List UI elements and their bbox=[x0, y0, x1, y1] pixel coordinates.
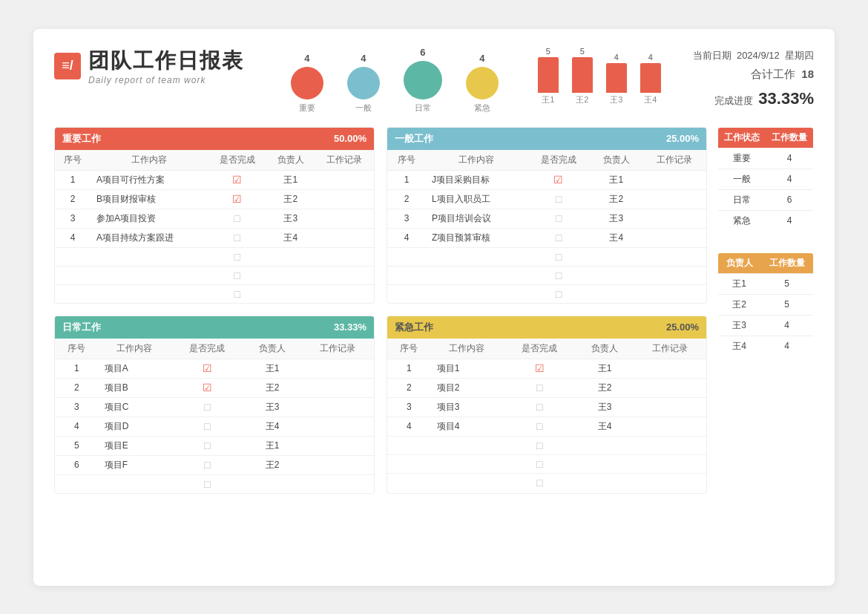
td-record bbox=[642, 209, 706, 228]
td-task: 项目A bbox=[99, 359, 171, 378]
td-record bbox=[315, 228, 374, 247]
side-stats: 工作状态 工作数量 重要 4 一般 4 日常 6 紧急 4 负责人 工作数量 bbox=[717, 127, 814, 506]
td-task: 项目C bbox=[99, 397, 171, 417]
stat-th-count: 工作数量 bbox=[766, 127, 814, 148]
owner-stat-table: 负责人 工作数量 王1 5 王2 5 王3 4 王4 4 bbox=[717, 252, 814, 357]
td-owner bbox=[576, 454, 634, 473]
general-header: 一般工作 25.00% bbox=[387, 128, 706, 150]
td-record bbox=[634, 359, 706, 378]
stat-count: 4 bbox=[760, 336, 813, 356]
stat-count: 4 bbox=[760, 315, 813, 336]
important-work-section: 重要工作 50.00% 序号 工作内容 是否完成 负责人 工作记录 bbox=[54, 127, 375, 304]
table-row: 1 J项目采购目标 ☑ 王1 bbox=[387, 170, 706, 189]
td-no bbox=[387, 454, 431, 473]
checkbox-empty: □ bbox=[556, 232, 562, 244]
td-record bbox=[315, 189, 374, 209]
td-done: □ bbox=[208, 284, 267, 303]
td-owner: 王4 bbox=[267, 228, 315, 247]
td-no: 3 bbox=[55, 397, 99, 417]
td-record bbox=[301, 474, 374, 493]
td-no bbox=[387, 473, 431, 491]
main-title: 团队工作日报表 bbox=[88, 47, 244, 75]
bubble-circle bbox=[466, 67, 499, 99]
bubble-count: 6 bbox=[420, 47, 425, 58]
td-owner: 王4 bbox=[576, 417, 634, 436]
bar-count: 4 bbox=[614, 53, 619, 62]
table-row: □ bbox=[55, 284, 374, 303]
td-owner: 王1 bbox=[591, 170, 642, 189]
checkbox-empty: □ bbox=[536, 401, 542, 413]
td-task bbox=[426, 284, 527, 303]
td-no: 1 bbox=[387, 359, 431, 378]
important-header: 重要工作 50.00% bbox=[55, 128, 374, 150]
bar-rect bbox=[606, 63, 627, 93]
table-row: □ bbox=[387, 473, 706, 491]
stat-status: 一般 bbox=[718, 169, 766, 189]
td-record bbox=[634, 454, 706, 473]
stat-th-count: 工作数量 bbox=[760, 252, 813, 273]
table-row: 4 Z项目预算审核 □ 王4 bbox=[387, 228, 706, 247]
td-no bbox=[55, 266, 91, 284]
th-task: 工作内容 bbox=[426, 150, 527, 171]
info-block: 当前日期 2024/9/12 星期四 合计工作 18 完成进度 33.33% bbox=[693, 47, 814, 114]
td-done: □ bbox=[171, 417, 243, 436]
td-done: □ bbox=[503, 397, 576, 417]
bar-count: 5 bbox=[546, 47, 550, 56]
bubble-item: 4 一般 bbox=[347, 53, 380, 114]
td-task: A项目可行性方案 bbox=[91, 170, 208, 189]
checkbox-empty: □ bbox=[556, 193, 562, 205]
td-no: 4 bbox=[55, 417, 99, 436]
bar-item: 4 王4 bbox=[640, 53, 661, 105]
stat-count: 5 bbox=[760, 294, 813, 315]
td-record bbox=[315, 284, 374, 303]
td-task bbox=[431, 473, 504, 491]
checkbox-empty: □ bbox=[204, 459, 210, 471]
td-done: ☑ bbox=[208, 189, 267, 209]
th-task: 工作内容 bbox=[99, 339, 171, 359]
td-record bbox=[642, 284, 706, 303]
th-no: 序号 bbox=[387, 150, 426, 171]
urgent-work-section: 紧急工作 25.00% 序号 工作内容 是否完成 负责人 工作记录 bbox=[387, 316, 707, 494]
td-done: □ bbox=[527, 189, 591, 209]
list-item: 日常 6 bbox=[718, 189, 814, 210]
td-task: 项目E bbox=[99, 436, 171, 455]
td-no bbox=[55, 284, 91, 303]
checkbox-checked: ☑ bbox=[232, 174, 242, 186]
stat-status: 紧急 bbox=[718, 210, 766, 231]
td-owner bbox=[576, 473, 634, 491]
th-record: 工作记录 bbox=[642, 150, 706, 171]
bottom-tables: 日常工作 33.33% 序号 工作内容 是否完成 负责人 工作记录 bbox=[54, 316, 707, 494]
td-owner bbox=[267, 247, 315, 266]
bar-rect bbox=[538, 57, 559, 93]
td-owner: 王2 bbox=[267, 189, 315, 209]
td-owner: 王3 bbox=[576, 397, 634, 417]
th-done: 是否完成 bbox=[527, 150, 591, 171]
td-task: 项目1 bbox=[431, 359, 504, 378]
td-done: □ bbox=[503, 436, 576, 454]
td-task: 项目F bbox=[99, 455, 171, 474]
title-block: 团队工作日报表 Daily report of team work bbox=[88, 47, 244, 85]
urgent-table: 序号 工作内容 是否完成 负责人 工作记录 1 项目1 ☑ 王1 2 项目2 □ bbox=[387, 339, 706, 491]
sub-title: Daily report of team work bbox=[88, 75, 244, 85]
list-item: 王2 5 bbox=[718, 294, 814, 315]
td-done: □ bbox=[527, 266, 591, 284]
td-owner bbox=[591, 284, 642, 303]
table-row: 4 A项目持续方案跟进 □ 王4 bbox=[55, 228, 374, 247]
td-no bbox=[387, 436, 431, 454]
td-record bbox=[315, 209, 374, 228]
table-row: □ bbox=[55, 266, 374, 284]
th-owner: 负责人 bbox=[576, 339, 634, 359]
list-item: 一般 4 bbox=[718, 169, 814, 189]
td-task: A项目持续方案跟进 bbox=[91, 228, 208, 247]
td-done: □ bbox=[527, 209, 591, 228]
stat-owner: 王1 bbox=[718, 273, 761, 294]
td-record bbox=[642, 247, 706, 266]
td-done: □ bbox=[503, 473, 576, 491]
checkbox-empty: □ bbox=[536, 382, 542, 393]
stat-owner: 王3 bbox=[718, 315, 761, 336]
td-done: □ bbox=[171, 474, 243, 493]
table-row: 3 项目C □ 王3 bbox=[55, 397, 374, 417]
checkbox-empty: □ bbox=[556, 212, 562, 224]
td-task: 项目D bbox=[99, 417, 171, 436]
bubble-item: 6 日常 bbox=[404, 47, 442, 114]
